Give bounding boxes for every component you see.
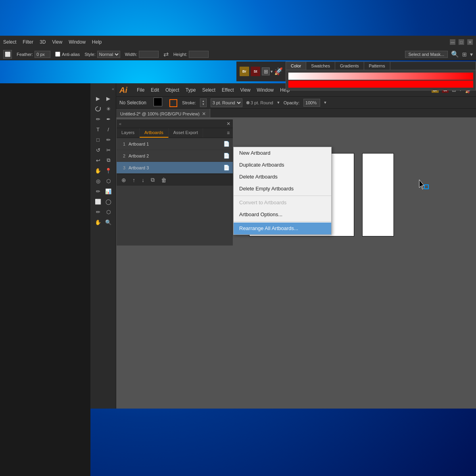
select-mask-button[interactable]: Select and Mask...	[405, 51, 448, 58]
ai-menu-effect[interactable]: Effect	[222, 87, 234, 93]
warp-tool[interactable]: ✋	[93, 166, 103, 175]
chart-tool[interactable]: 📊	[104, 186, 113, 196]
minimize-button[interactable]: —	[450, 39, 455, 45]
gradient-tool[interactable]: ✏	[93, 186, 103, 196]
eyedropper-tool[interactable]: ✏	[93, 207, 103, 217]
select-tool[interactable]: ▶	[93, 94, 103, 103]
ai-menu-file[interactable]: File	[137, 87, 144, 93]
artboard-list-item-2[interactable]: 2 Artboard 2 📄	[117, 150, 233, 162]
pin-tool[interactable]: 📍	[104, 166, 113, 175]
os-menu-window[interactable]: Window	[69, 39, 86, 45]
artboard-list-item-1[interactable]: 1 Artboard 1 📄	[117, 138, 233, 150]
stroke-color-area[interactable]	[168, 98, 178, 108]
stroke-down-arrow[interactable]: ▼	[202, 103, 205, 106]
scissors-tool[interactable]: ✂	[104, 145, 113, 155]
rectangle-tool[interactable]: □	[93, 135, 103, 144]
context-menu-item-duplicate[interactable]: Duplicate Artboards	[234, 159, 331, 171]
ai-menu-object[interactable]: Object	[165, 87, 179, 93]
rocket-icon[interactable]: 🚀	[274, 67, 282, 75]
tab-layers[interactable]: Layers	[117, 128, 140, 138]
rearrange-button[interactable]: ⊕	[120, 176, 128, 184]
eraser-tool[interactable]: ◯	[104, 197, 113, 206]
color-gradient-bar[interactable]	[288, 73, 473, 80]
toolbar-collapse-btn[interactable]: «	[112, 86, 114, 91]
pen-tool[interactable]: ✏	[93, 114, 103, 124]
pencil-tool[interactable]: ✒	[104, 114, 113, 124]
panel-menu-icon[interactable]: ≡	[224, 128, 233, 138]
tab-swatches[interactable]: Swatches	[306, 62, 335, 70]
opacity-chevron[interactable]: ▾	[324, 100, 326, 105]
ai-menu-view[interactable]: View	[240, 87, 251, 93]
reflect-tool[interactable]: ↩	[93, 155, 103, 165]
panel-close-button[interactable]: ✕	[226, 121, 230, 127]
context-menu-item-delete-empty[interactable]: Delete Empty Artboards	[234, 183, 331, 195]
move-down-button[interactable]: ↓	[140, 176, 146, 184]
delete-artboard-button[interactable]: 🗑	[159, 176, 168, 184]
opacity-input[interactable]	[303, 99, 320, 107]
bridge-icon[interactable]: Br	[240, 67, 249, 76]
stroke-weight-select[interactable]: 3 pt. Round 1 pt. 2 pt.	[211, 98, 242, 107]
context-menu-item-rearrange[interactable]: Rearrange All Artboards...	[234, 223, 331, 234]
tab-artboards[interactable]: Artboards	[140, 128, 169, 138]
artboard-list-item-3[interactable]: 3 Artboard 3 📄	[117, 162, 233, 174]
tab-gradients[interactable]: Gradients	[335, 62, 364, 70]
os-menu-3d[interactable]: 3D	[40, 39, 46, 45]
left-panel-area	[0, 83, 90, 476]
stroke-arrows[interactable]: ▲ ▼	[202, 100, 205, 106]
fill-color-area[interactable]	[154, 98, 164, 108]
blend-tool[interactable]: ◎	[93, 176, 103, 186]
mesh-tool[interactable]: ⬡	[104, 176, 113, 186]
lasso-tool[interactable]	[93, 104, 103, 113]
artboard-3-icon[interactable]: 📄	[223, 165, 230, 171]
search-icon[interactable]: 🔍	[451, 50, 459, 58]
stroke-weight-control[interactable]: ▲ ▼	[200, 98, 207, 107]
tab-color[interactable]: Color	[286, 62, 306, 70]
ai-menu-type[interactable]: Type	[186, 87, 196, 93]
os-menu-view[interactable]: View	[52, 39, 62, 45]
brush-tool[interactable]: ✏	[104, 135, 113, 144]
duplicate-artboard-button[interactable]: ⧉	[149, 176, 156, 184]
panel-collapse-arrows[interactable]: «	[119, 121, 121, 126]
scale-tool[interactable]: ⧉	[104, 155, 113, 165]
os-menu-edit[interactable]: Select	[3, 39, 16, 45]
zoom-tool[interactable]: 🔍	[104, 217, 113, 227]
tab-asset-export[interactable]: Asset Export	[169, 128, 203, 138]
anti-alias-checkbox[interactable]	[55, 52, 60, 57]
os-menu-help[interactable]: Help	[92, 39, 102, 45]
anti-alias-area: Anti-alias	[55, 52, 80, 57]
measure-tool[interactable]: ⬡	[104, 207, 113, 217]
context-menu-item-delete[interactable]: Delete Artboards	[234, 171, 331, 183]
ai-menu-window[interactable]: Window	[257, 87, 274, 93]
chevron-down-icon[interactable]: ▾	[470, 51, 473, 58]
os-menu-filter[interactable]: Filter	[23, 39, 33, 45]
view-icon[interactable]: ⊞	[462, 51, 467, 58]
magic-wand-tool[interactable]: ✳	[104, 104, 113, 113]
width-input[interactable]	[139, 51, 159, 58]
hand-tool[interactable]: ✋	[93, 217, 103, 227]
height-input[interactable]	[189, 51, 209, 58]
move-up-button[interactable]: ↑	[131, 176, 137, 184]
ai-menu-edit[interactable]: Edit	[151, 87, 159, 93]
maximize-button[interactable]: □	[459, 39, 464, 45]
artboard-1-icon[interactable]: 📄	[223, 141, 230, 147]
swap-icon[interactable]: ⇄	[163, 50, 169, 58]
artboard-2-icon[interactable]: 📄	[223, 153, 230, 159]
tool-icon[interactable]: ⬜	[3, 50, 12, 59]
slice-tool[interactable]: ⬜	[93, 197, 103, 206]
line-tool[interactable]: /	[104, 125, 113, 134]
direct-select-tool[interactable]: ▶	[104, 94, 113, 103]
grid-view-icon[interactable]: ⊞ ▾	[262, 67, 273, 75]
rotate-tool[interactable]: ↺	[93, 145, 103, 155]
doc-tab-close-btn[interactable]: ✕	[202, 111, 206, 117]
stock-icon[interactable]: St	[251, 67, 260, 76]
feather-input[interactable]	[35, 51, 50, 58]
context-menu-item-options[interactable]: Artboard Options...	[234, 209, 331, 221]
context-menu-item-new-artboard[interactable]: New Artboard	[234, 147, 331, 159]
close-button[interactable]: ✕	[467, 39, 473, 45]
ai-menu-select[interactable]: Select	[202, 87, 215, 93]
style-select[interactable]: Normal	[97, 51, 120, 58]
stroke-chevron[interactable]: ▾	[277, 100, 280, 105]
stroke-up-arrow[interactable]: ▲	[202, 100, 205, 102]
tab-patterns[interactable]: Patterns	[364, 62, 390, 70]
type-tool[interactable]: T	[93, 125, 103, 134]
